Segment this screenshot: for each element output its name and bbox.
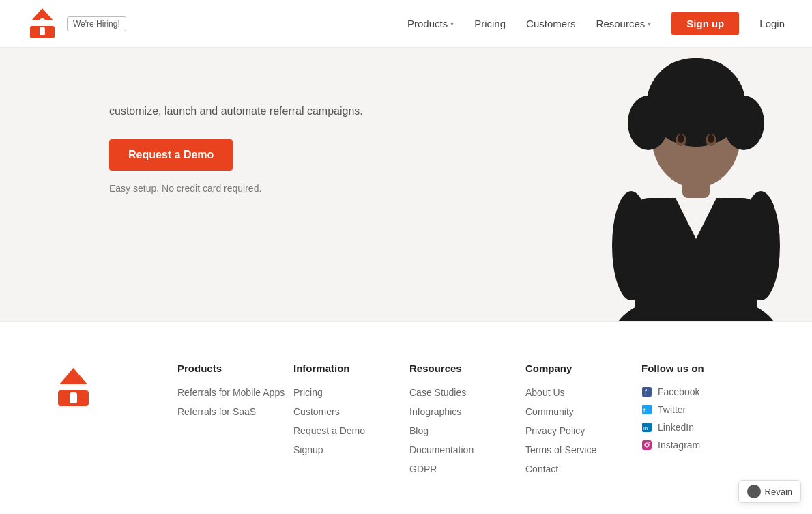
navbar-left: We're Hiring! bbox=[27, 7, 126, 41]
list-item: Blog bbox=[409, 425, 525, 437]
svg-rect-3 bbox=[40, 27, 45, 35]
instagram-icon bbox=[641, 440, 652, 451]
twitter-icon: t bbox=[641, 404, 652, 415]
footer-company-title: Company bbox=[525, 362, 641, 374]
hero-subtext: customize, launch and automate referral … bbox=[109, 102, 363, 120]
hero-note: Easy setup. No credit card required. bbox=[109, 183, 363, 194]
list-item: Request a Demo bbox=[293, 425, 409, 437]
svg-point-18 bbox=[708, 134, 714, 143]
svg-point-17 bbox=[678, 134, 684, 143]
info-pricing-link[interactable]: Pricing bbox=[293, 387, 323, 398]
hero-section: customize, launch and automate referral … bbox=[0, 48, 812, 321]
svg-point-14 bbox=[742, 191, 780, 300]
info-customers-link[interactable]: Customers bbox=[293, 406, 340, 417]
list-item: Terms of Service bbox=[525, 444, 641, 456]
svg-rect-23 bbox=[642, 387, 652, 397]
footer-information-title: Information bbox=[293, 362, 409, 374]
svg-point-10 bbox=[628, 96, 669, 150]
revain-label: Revain bbox=[765, 487, 792, 497]
linkedin-icon: in bbox=[641, 422, 652, 433]
appvirality-logo-icon bbox=[27, 7, 57, 41]
list-item: Documentation bbox=[409, 444, 525, 456]
hero-content: customize, launch and automate referral … bbox=[109, 89, 363, 194]
footer-resources-list: Case Studies Infographics Blog Documenta… bbox=[409, 386, 525, 475]
list-item: Case Studies bbox=[409, 386, 525, 399]
contact-link[interactable]: Contact bbox=[525, 463, 558, 474]
footer-company-list: About Us Community Privacy Policy Terms … bbox=[525, 386, 641, 475]
svg-text:f: f bbox=[645, 388, 647, 396]
login-link[interactable]: Login bbox=[759, 18, 785, 29]
facebook-icon: f bbox=[641, 386, 652, 397]
referrals-saas-link[interactable]: Referrals for SaaS bbox=[177, 406, 256, 417]
privacy-policy-link[interactable]: Privacy Policy bbox=[525, 425, 585, 436]
hero-person-svg bbox=[580, 48, 812, 321]
community-link[interactable]: Community bbox=[525, 406, 574, 417]
svg-point-12 bbox=[655, 58, 737, 113]
list-item: GDPR bbox=[409, 463, 525, 475]
about-us-link[interactable]: About Us bbox=[525, 387, 565, 398]
resources-dropdown-arrow: ▾ bbox=[648, 20, 651, 27]
info-signup-link[interactable]: Signup bbox=[293, 444, 323, 455]
list-item: Pricing bbox=[293, 386, 409, 399]
list-item: Infographics bbox=[409, 405, 525, 418]
list-item: Referrals for SaaS bbox=[177, 405, 293, 418]
nav-resources-link[interactable]: Resources ▾ bbox=[596, 18, 652, 29]
footer: Products Referrals for Mobile Apps Refer… bbox=[0, 321, 812, 514]
list-item: Referrals for Mobile Apps bbox=[177, 386, 293, 399]
facebook-link[interactable]: f Facebook bbox=[641, 386, 757, 397]
footer-social-title: Follow us on bbox=[641, 362, 757, 374]
list-item: Community bbox=[525, 405, 641, 418]
documentation-link[interactable]: Documentation bbox=[409, 444, 474, 455]
navbar-right: Products ▾ Pricing Customers Resources ▾… bbox=[407, 12, 785, 35]
list-item: Customers bbox=[293, 405, 409, 418]
footer-col-products: Products Referrals for Mobile Apps Refer… bbox=[177, 362, 293, 482]
list-item: Signup bbox=[293, 444, 409, 456]
referrals-mobile-link[interactable]: Referrals for Mobile Apps bbox=[177, 387, 285, 398]
list-item: About Us bbox=[525, 386, 641, 399]
svg-rect-29 bbox=[642, 440, 652, 450]
signup-button[interactable]: Sign up bbox=[671, 12, 739, 35]
twitter-link[interactable]: t Twitter bbox=[641, 404, 757, 415]
list-item: Privacy Policy bbox=[525, 425, 641, 437]
footer-col-company: Company About Us Community Privacy Polic… bbox=[525, 362, 641, 482]
info-demo-link[interactable]: Request a Demo bbox=[293, 425, 365, 436]
instagram-link[interactable]: Instagram bbox=[641, 440, 757, 451]
infographics-link[interactable]: Infographics bbox=[409, 406, 461, 417]
footer-cols: Products Referrals for Mobile Apps Refer… bbox=[177, 362, 757, 482]
nav-pricing-link[interactable]: Pricing bbox=[474, 18, 506, 29]
svg-point-31 bbox=[649, 442, 650, 444]
nav-products-link[interactable]: Products ▾ bbox=[407, 18, 454, 29]
footer-resources-title: Resources bbox=[409, 362, 525, 374]
footer-col-information: Information Pricing Customers Request a … bbox=[293, 362, 409, 482]
linkedin-link[interactable]: in LinkedIn bbox=[641, 422, 757, 433]
case-studies-link[interactable]: Case Studies bbox=[409, 387, 466, 398]
footer-col-social: Follow us on f Facebook t Twitter in bbox=[641, 362, 757, 482]
products-dropdown-arrow: ▾ bbox=[450, 20, 454, 27]
hero-image bbox=[580, 48, 812, 321]
svg-rect-22 bbox=[70, 392, 77, 403]
svg-text:in: in bbox=[643, 425, 648, 431]
gdpr-link[interactable]: GDPR bbox=[409, 463, 437, 474]
footer-logo-col bbox=[55, 362, 136, 482]
terms-of-service-link[interactable]: Terms of Service bbox=[525, 444, 596, 455]
nav-customers-link[interactable]: Customers bbox=[526, 18, 576, 29]
svg-point-11 bbox=[723, 96, 764, 150]
svg-point-2 bbox=[39, 18, 46, 25]
revain-icon bbox=[747, 485, 761, 498]
svg-marker-20 bbox=[59, 368, 87, 384]
footer-information-list: Pricing Customers Request a Demo Signup bbox=[293, 386, 409, 456]
footer-top: Products Referrals for Mobile Apps Refer… bbox=[55, 362, 757, 482]
list-item: Contact bbox=[525, 463, 641, 475]
revain-badge: Revain bbox=[738, 480, 801, 503]
hiring-badge: We're Hiring! bbox=[67, 16, 126, 31]
navbar: We're Hiring! Products ▾ Pricing Custome… bbox=[0, 0, 812, 48]
footer-products-list: Referrals for Mobile Apps Referrals for … bbox=[177, 386, 293, 418]
svg-point-13 bbox=[612, 191, 650, 300]
footer-logo-icon bbox=[55, 366, 92, 410]
footer-col-resources: Resources Case Studies Infographics Blog… bbox=[409, 362, 525, 482]
footer-products-title: Products bbox=[177, 362, 293, 374]
blog-link[interactable]: Blog bbox=[409, 425, 429, 436]
logo-link[interactable] bbox=[27, 7, 57, 41]
request-demo-button[interactable]: Request a Demo bbox=[109, 139, 233, 171]
